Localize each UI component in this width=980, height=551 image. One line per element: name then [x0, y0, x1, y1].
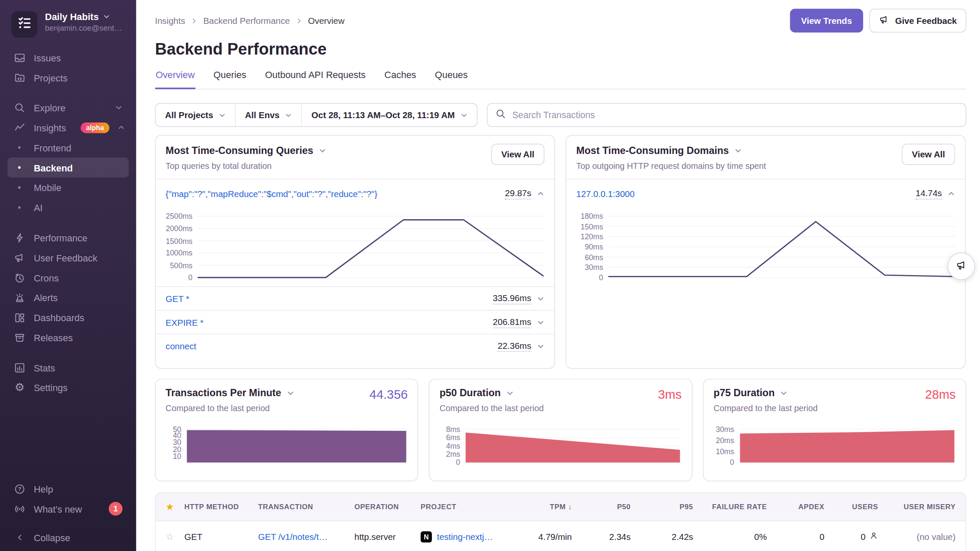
sidebar-item-user-feedback[interactable]: User Feedback [8, 247, 129, 267]
project-filter[interactable]: All Projects [156, 104, 236, 127]
checklist-logo-icon [16, 15, 32, 34]
cell-transaction-link[interactable]: GET /v1/notes/t… [258, 532, 354, 542]
cell-http-method: GET [184, 532, 258, 542]
sidebar-item-dashboards[interactable]: Dashboards [8, 307, 129, 328]
whats-new-count-badge: 1 [109, 502, 122, 516]
sidebar-item-help[interactable]: ? Help [8, 479, 129, 499]
sidebar-item-alerts[interactable]: Alerts [8, 287, 129, 307]
sidebar-item-label: Collapse [34, 532, 70, 543]
sidebar-item-label: Explore [34, 102, 66, 113]
p75-duration-panel: p75 Duration Compared to the last period… [703, 379, 966, 481]
chevron-up-icon[interactable] [948, 190, 955, 197]
svg-text:?: ? [18, 486, 21, 492]
col-project[interactable]: PROJECT [420, 503, 514, 511]
query-row: EXPIRE * 206.81ms [156, 310, 554, 334]
screenshot: Daily Habits benjamin.coe@sent… Issues P… [0, 0, 980, 551]
sidebar-item-releases[interactable]: Releases [8, 328, 129, 348]
sidebar-item-insights[interactable]: Insights alpha [8, 118, 129, 138]
sidebar-item-settings[interactable]: ⚙ Settings [8, 377, 129, 397]
tab-queues[interactable]: Queues [434, 70, 468, 90]
sidebar-item-frontend[interactable]: Frontend [8, 137, 129, 157]
star-filled-icon[interactable]: ★ [165, 502, 184, 513]
col-transaction[interactable]: TRANSACTION [258, 503, 354, 511]
col-p95[interactable]: P95 [631, 503, 693, 511]
query-link[interactable]: GET * [165, 294, 189, 304]
insights-icon [14, 122, 26, 133]
p75-value: 28ms [925, 388, 956, 402]
sidebar-item-label: Mobile [34, 182, 61, 193]
chevron-down-icon [319, 147, 327, 155]
chevron-down-icon[interactable] [537, 295, 545, 303]
org-name: Daily Habits [45, 11, 99, 22]
domains-view-all-button[interactable]: View All [902, 144, 955, 165]
col-user-misery[interactable]: USER MISERY [878, 503, 956, 511]
domain-link[interactable]: 127.0.0.1:3000 [576, 188, 635, 198]
sidebar-item-projects[interactable]: Projects [8, 67, 129, 87]
col-tpm-sorted[interactable]: TPM ↓ [514, 503, 572, 511]
sidebar-item-ai[interactable]: AI [8, 197, 129, 218]
p50-chart: 8ms6ms4ms2ms0 [440, 423, 682, 469]
col-apdex[interactable]: APDEX [767, 503, 824, 511]
org-switcher[interactable]: Daily Habits benjamin.coe@sent… [8, 10, 129, 47]
cell-user-misery: (no value) [878, 532, 956, 542]
page-title: Backend Performance [155, 39, 966, 58]
sidebar-item-mobile[interactable]: Mobile [8, 177, 129, 197]
breadcrumb-backend-performance[interactable]: Backend Performance [203, 16, 290, 26]
tab-caches[interactable]: Caches [384, 70, 417, 90]
tab-queries[interactable]: Queries [213, 70, 247, 90]
environment-filter[interactable]: All Envs [236, 104, 302, 127]
broadcast-icon [14, 503, 26, 515]
query-link[interactable]: connect [165, 341, 196, 351]
breadcrumb-insights[interactable]: Insights [155, 16, 185, 26]
tab-overview[interactable]: Overview [155, 70, 195, 90]
bullet-icon [18, 146, 21, 149]
alpha-badge: alpha [81, 122, 110, 133]
sidebar-collapse-button[interactable]: Collapse [8, 528, 129, 548]
give-feedback-button[interactable]: Give Feedback [870, 9, 966, 33]
col-p50[interactable]: P50 [572, 503, 631, 511]
queries-panel-title-dropdown[interactable]: Most Time-Consuming Queries [165, 145, 544, 157]
tpm-value: 44.356 [369, 388, 408, 402]
chevron-up-icon[interactable] [537, 190, 545, 197]
col-http-method[interactable]: HTTP METHOD [184, 503, 258, 511]
sidebar-item-issues[interactable]: Issues [8, 47, 129, 67]
view-trends-button[interactable]: View Trends [790, 9, 863, 33]
p50-title-dropdown[interactable]: p50 Duration [440, 388, 682, 399]
date-range-filter[interactable]: Oct 28, 11:13 AM–Oct 28, 11:19 AM [302, 104, 476, 127]
nextjs-logo-icon: N [420, 531, 432, 542]
query-link[interactable]: EXPIRE * [165, 317, 203, 327]
col-failure-rate[interactable]: FAILURE RATE [693, 503, 767, 511]
cell-failure-rate: 0% [693, 532, 767, 542]
domain-top-row: 127.0.0.1:3000 14.74s [566, 179, 965, 208]
sidebar-item-whats-new[interactable]: What's new 1 [8, 499, 129, 519]
cell-project-link[interactable]: testing-nextj… [437, 532, 493, 542]
cell-project[interactable]: N testing-nextj… [420, 531, 514, 542]
queries-view-all-button[interactable]: View All [491, 144, 544, 165]
sidebar-item-stats[interactable]: Stats [8, 357, 129, 377]
transactions-table: ★ HTTP METHOD TRANSACTION OPERATION PROJ… [155, 493, 966, 551]
bullet-icon [18, 166, 21, 169]
col-operation[interactable]: OPERATION [354, 503, 420, 511]
chevron-down-icon[interactable] [537, 342, 545, 350]
tab-outbound-api-requests[interactable]: Outbound API Requests [264, 70, 366, 90]
query-link[interactable]: {"map":"?","mapReduce":"$cmd","out":"?",… [165, 188, 377, 198]
breadcrumb-current: Overview [308, 16, 345, 26]
sidebar-item-label: Releases [34, 332, 73, 343]
tab-bar: Overview Queries Outbound API Requests C… [155, 70, 966, 90]
chevron-left-icon [14, 531, 26, 543]
sidebar-item-label: AI [34, 202, 43, 213]
star-outline-icon[interactable]: ☆ [165, 531, 184, 542]
col-users[interactable]: USERS [824, 503, 878, 511]
sidebar-item-crons[interactable]: Crons [8, 267, 129, 287]
chevron-down-icon[interactable] [537, 319, 545, 326]
domain-total-time: 14.74s [916, 188, 942, 199]
p75-title-dropdown[interactable]: p75 Duration [713, 388, 956, 399]
search-box [487, 103, 966, 127]
floating-feedback-button[interactable] [948, 252, 975, 280]
megaphone-icon [879, 14, 890, 27]
sidebar-item-backend[interactable]: Backend [8, 157, 129, 177]
sidebar-item-explore[interactable]: Explore [8, 98, 129, 118]
sidebar-item-performance[interactable]: Performance [8, 227, 129, 247]
domains-panel-title-dropdown[interactable]: Most Time-Consuming Domains [576, 145, 955, 157]
search-input[interactable] [511, 110, 957, 121]
